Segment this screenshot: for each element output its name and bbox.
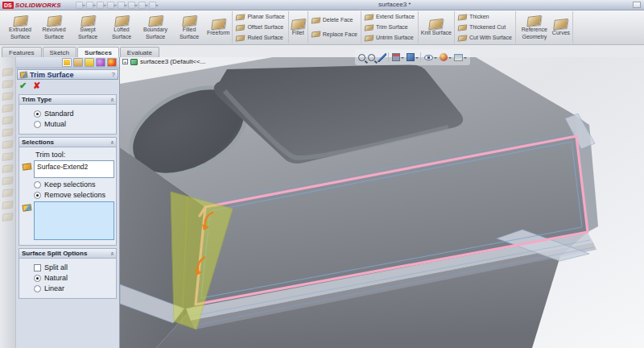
revolved-surface-button[interactable]: Revolved Surface — [37, 14, 71, 40]
chevron-down-icon[interactable] — [434, 57, 437, 60]
curves-button[interactable]: Curves — [551, 17, 571, 37]
toolbar-groups: Extruded SurfaceRevolved SurfaceSwept Su… — [2, 11, 642, 44]
feature-tree-root[interactable]: + surfacee3 (Default<<... — [122, 58, 205, 65]
zoom-to-area-button[interactable] — [368, 54, 375, 61]
undo-button[interactable] — [118, 2, 125, 9]
heads-up-view-toolbar — [355, 49, 470, 65]
mutual-radio[interactable]: Mutual — [34, 120, 114, 128]
help-icon[interactable]: ? — [112, 71, 115, 78]
rebuild-button[interactable] — [138, 2, 146, 9]
propertymanager-tab-icon[interactable] — [62, 58, 72, 67]
boundary-surface-button[interactable]: Boundary Surface — [138, 14, 172, 40]
selections-body: Trim tool: Surface-Extend2 Keep selectio… — [19, 147, 116, 245]
options-button[interactable] — [149, 2, 156, 9]
standard-radio[interactable]: Standard — [34, 110, 114, 118]
extend-surface-button[interactable]: Extend Surface — [363, 12, 416, 22]
remove-selections-radio[interactable]: Remove selections — [34, 191, 114, 199]
tab-features[interactable]: Features — [2, 47, 42, 57]
apply-scene-icon — [454, 54, 463, 61]
display-style-button[interactable] — [407, 52, 422, 62]
knit-surface-icon — [429, 19, 444, 30]
surface-split-options-section: Surface Split Options « Split all Natura… — [19, 248, 117, 299]
trim-surface-icon — [19, 71, 27, 78]
radio-label: Natural — [44, 274, 68, 282]
print-button[interactable] — [107, 2, 114, 9]
ok-cancel-row: ✔ ✘ — [16, 80, 119, 92]
untrim-surface-button[interactable]: Untrim Surface — [363, 33, 415, 43]
left-toolbar-strip — [0, 57, 16, 348]
solidworks-logo: DS SOLIDWORKS — [2, 2, 61, 9]
button-label: Planar Surface — [247, 14, 284, 20]
zoom-to-fit-button[interactable] — [358, 54, 365, 61]
freeform-button[interactable]: Freeform — [206, 17, 230, 37]
display-manager-tab-icon[interactable] — [96, 58, 105, 67]
office-products-tab-icon[interactable] — [107, 58, 117, 67]
edit-appearance-button[interactable] — [440, 53, 452, 61]
filled-surface-button[interactable]: Filled Surface — [172, 14, 206, 40]
offset-surface-button[interactable]: Offset Surface — [234, 23, 285, 32]
lofted-surface-button[interactable]: Lofted Surface — [105, 14, 138, 40]
quick-access-toolbar — [76, 2, 156, 9]
trim-type-section-header[interactable]: Trim Type « — [19, 95, 116, 105]
tab-sketch[interactable]: Sketch — [43, 47, 76, 57]
property-manager-title: Trim Surface — [30, 71, 109, 79]
radio-label: Remove selections — [44, 191, 105, 199]
toolbar-group: Extruded SurfaceRevolved SurfaceSwept Su… — [2, 11, 233, 44]
chevron-down-icon[interactable] — [448, 57, 452, 60]
toolbar-group: Reference GeometryCurves — [516, 11, 573, 44]
chevron-down-icon[interactable] — [464, 57, 467, 60]
trim-surface-button[interactable]: Trim Surface — [363, 23, 410, 32]
radio-circle — [34, 275, 41, 282]
freeform-icon — [2, 140, 13, 149]
ok-button[interactable]: ✔ — [19, 81, 27, 90]
untrim-surface-icon — [364, 35, 374, 41]
ruled-surface-button[interactable]: Ruled Surface — [234, 33, 284, 43]
thickened-cut-button[interactable]: Thickened Cut — [456, 23, 507, 32]
button-label: Thickened Cut — [469, 24, 506, 31]
replace-face-button[interactable]: Replace Face — [310, 30, 359, 39]
planar-surface-button[interactable]: Planar Surface — [234, 12, 286, 22]
trim-tool-selection-box[interactable]: Surface-Extend2 — [34, 160, 114, 178]
extruded-surface-button[interactable]: Extruded Surface — [3, 14, 37, 40]
button-label: Cut With Surface — [469, 35, 512, 41]
cancel-button[interactable]: ✘ — [33, 81, 40, 90]
apply-scene-button[interactable] — [454, 54, 467, 61]
reference-geometry-button[interactable]: Reference Geometry — [518, 14, 551, 40]
hide-show-items-button[interactable] — [424, 54, 437, 60]
graphics-viewport[interactable]: + surfacee3 (Default<<... — [120, 57, 644, 348]
view-settings-button[interactable] — [378, 52, 390, 62]
linear-radio[interactable]: Linear — [34, 284, 114, 292]
configuration-manager-tab-icon[interactable] — [73, 58, 83, 67]
lofted-surface-icon — [114, 15, 130, 27]
trim-surface-icon — [364, 24, 374, 31]
open-button[interactable] — [86, 2, 93, 9]
window-menu-button[interactable] — [633, 2, 641, 8]
redo-button[interactable] — [128, 2, 135, 9]
keep-selections-radio[interactable]: Keep selections — [34, 180, 114, 188]
fillet-button[interactable]: Fillet — [291, 17, 306, 37]
chevron-down-icon[interactable] — [415, 57, 419, 60]
tab-evaluate[interactable]: Evaluate — [120, 47, 159, 57]
delete-face-button[interactable]: Delete Face — [310, 15, 355, 25]
tree-expand-icon[interactable]: + — [122, 59, 128, 64]
natural-radio[interactable]: Natural — [34, 274, 114, 282]
tab-surfaces[interactable]: Surfaces — [77, 47, 119, 57]
swept-surface-button[interactable]: Swept Surface — [71, 14, 105, 40]
view-orientation-button[interactable] — [392, 53, 404, 61]
replace-face-icon — [2, 213, 13, 222]
knit-surface-button[interactable]: Knit Surface — [420, 17, 452, 37]
cut-with-surface-button[interactable]: Cut With Surface — [456, 33, 514, 43]
button-label: Filled Surface — [173, 27, 205, 39]
button-label: Thicken — [469, 14, 489, 20]
planar-surface-icon — [236, 14, 246, 20]
extruded-surface-icon — [2, 68, 13, 77]
selections-section-header[interactable]: Selections « — [19, 138, 116, 147]
dimxpert-tab-icon[interactable] — [85, 58, 94, 67]
split-all-checkbox[interactable]: Split all — [34, 263, 114, 271]
save-button[interactable] — [97, 2, 104, 9]
pieces-to-remove-selection-box[interactable] — [34, 201, 114, 240]
new-button[interactable] — [76, 2, 83, 9]
chevron-down-icon[interactable] — [401, 57, 404, 60]
thicken-button[interactable]: Thicken — [456, 12, 491, 22]
surface-split-options-header[interactable]: Surface Split Options « — [19, 249, 116, 259]
